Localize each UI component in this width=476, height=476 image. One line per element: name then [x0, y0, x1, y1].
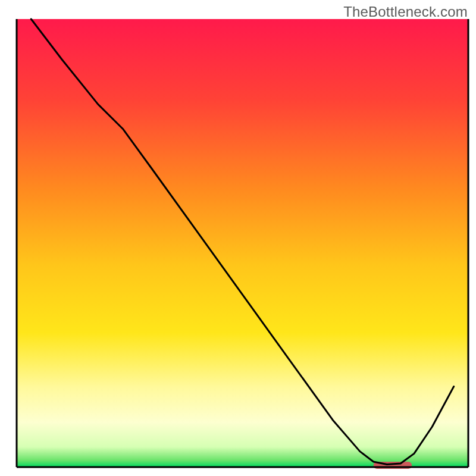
watermark-text: TheBottleneck.com	[343, 4, 468, 20]
bottleneck-chart: TheBottleneck.com	[0, 0, 476, 476]
chart-canvas	[0, 0, 476, 476]
